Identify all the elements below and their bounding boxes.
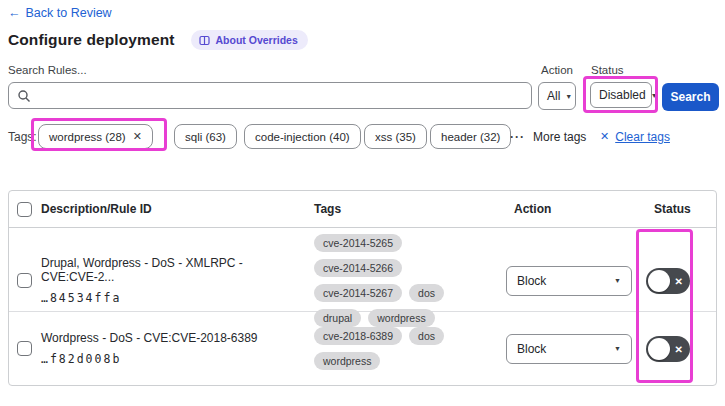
- remove-tag-icon[interactable]: ✕: [133, 130, 142, 143]
- col-description-header: Description/Rule ID: [41, 202, 306, 216]
- status-toggle[interactable]: ✕: [646, 268, 690, 294]
- about-overrides-badge[interactable]: About Overrides: [191, 30, 307, 50]
- back-link-label: Back to Review: [26, 6, 112, 20]
- row-checkbox[interactable]: [17, 341, 32, 356]
- chevron-down-icon: ▼: [614, 277, 621, 284]
- rules-table: Description/Rule ID Tags Action Status D…: [8, 190, 717, 386]
- status-filter-dropdown[interactable]: Disabled ▼: [590, 82, 652, 108]
- row-checkbox[interactable]: [17, 273, 32, 288]
- status-cell: ✕: [642, 268, 716, 294]
- rule-id: …f82d008b: [41, 352, 300, 366]
- status-label: Status: [591, 64, 624, 76]
- action-select-value: Block: [517, 274, 546, 288]
- tags-label: Tags:: [8, 130, 37, 144]
- rule-description: Wordpress - DoS - CVE:CVE-2018-6389: [41, 331, 300, 345]
- rule-tag-pill: cve-2014-5266: [314, 259, 402, 277]
- tag-filter-xss[interactable]: xss (35): [364, 124, 427, 149]
- tags-cell: cve-2018-6389doswordpress: [306, 321, 504, 376]
- back-to-review-link[interactable]: ← Back to Review: [8, 6, 112, 20]
- title-row: Configure deployment About Overrides: [8, 30, 308, 50]
- action-select[interactable]: Block ▼: [506, 266, 632, 296]
- ellipsis-icon: ···: [510, 130, 525, 144]
- more-tags-button[interactable]: ··· More tags: [510, 124, 586, 149]
- chevron-down-icon: ▼: [614, 345, 621, 352]
- toggle-knob: [648, 338, 670, 360]
- table-row: Drupal, Wordpress - DoS - XMLRPC - CVE:C…: [9, 228, 716, 312]
- page-title: Configure deployment: [8, 31, 174, 49]
- rule-tag-pill: cve-2014-5265: [314, 234, 402, 252]
- rule-description: Drupal, Wordpress - DoS - XMLRPC - CVE:C…: [41, 256, 300, 284]
- toggle-knob: [648, 270, 670, 292]
- toggle-x-icon: ✕: [675, 275, 683, 286]
- book-icon: [199, 35, 210, 46]
- table-header-row: Description/Rule ID Tags Action Status: [9, 191, 716, 228]
- more-tags-label: More tags: [533, 130, 586, 144]
- col-tags-header: Tags: [306, 202, 504, 216]
- status-filter-value: Disabled: [599, 88, 646, 102]
- table-body: Drupal, Wordpress - DoS - XMLRPC - CVE:C…: [9, 228, 716, 385]
- rule-tag-pill: dos: [409, 327, 444, 345]
- col-status-header: Status: [642, 202, 716, 216]
- chevron-down-icon: ▼: [565, 93, 572, 100]
- table-row: Wordpress - DoS - CVE:CVE-2018-6389 …f82…: [9, 312, 716, 385]
- action-filter-value: All: [547, 89, 560, 103]
- search-rules-input-wrap: [8, 82, 532, 109]
- description-cell: Drupal, Wordpress - DoS - XMLRPC - CVE:C…: [41, 256, 306, 305]
- toggle-x-icon: ✕: [675, 343, 683, 354]
- action-cell: Block ▼: [504, 334, 642, 364]
- status-cell: ✕: [642, 336, 716, 362]
- action-select-value: Block: [517, 342, 546, 356]
- search-rules-input[interactable]: [37, 89, 523, 103]
- selected-tag-label: wordpress (28): [49, 131, 126, 143]
- clear-tags-label: Clear tags: [615, 130, 670, 144]
- search-button[interactable]: Search: [662, 83, 719, 111]
- col-action-header: Action: [504, 202, 642, 216]
- action-cell: Block ▼: [504, 266, 642, 296]
- tag-filter-code-injection[interactable]: code-injection (40): [244, 124, 361, 149]
- rule-tag-pill: dos: [409, 284, 444, 302]
- about-overrides-label: About Overrides: [215, 34, 297, 46]
- tag-filter-sqli[interactable]: sqli (63): [174, 124, 237, 149]
- tags-cell: cve-2014-5265cve-2014-5266cve-2014-5267d…: [306, 228, 504, 333]
- select-all-checkbox[interactable]: [17, 202, 32, 217]
- search-rules-label: Search Rules...: [8, 64, 87, 76]
- back-arrow-icon: ←: [8, 6, 21, 20]
- configure-deployment-page: ← Back to Review Configure deployment Ab…: [0, 0, 725, 406]
- clear-tags-button[interactable]: ✕ Clear tags: [600, 124, 670, 149]
- rule-tag-pill: cve-2018-6389: [314, 327, 402, 345]
- clear-x-icon: ✕: [600, 130, 609, 143]
- description-cell: Wordpress - DoS - CVE:CVE-2018-6389 …f82…: [41, 331, 306, 366]
- rule-tag-pill: cve-2014-5267: [314, 284, 402, 302]
- rule-tag-pill: wordpress: [314, 352, 380, 370]
- action-label: Action: [541, 64, 573, 76]
- selected-tag-wordpress[interactable]: wordpress (28) ✕: [38, 124, 153, 149]
- tag-filter-header[interactable]: header (32): [430, 124, 511, 149]
- search-icon: [17, 89, 31, 103]
- status-toggle[interactable]: ✕: [646, 336, 690, 362]
- rule-id: …84534ffa: [41, 291, 300, 305]
- action-select[interactable]: Block ▼: [506, 334, 632, 364]
- action-filter-dropdown[interactable]: All ▼: [538, 82, 576, 110]
- chevron-down-icon: ▼: [651, 92, 658, 99]
